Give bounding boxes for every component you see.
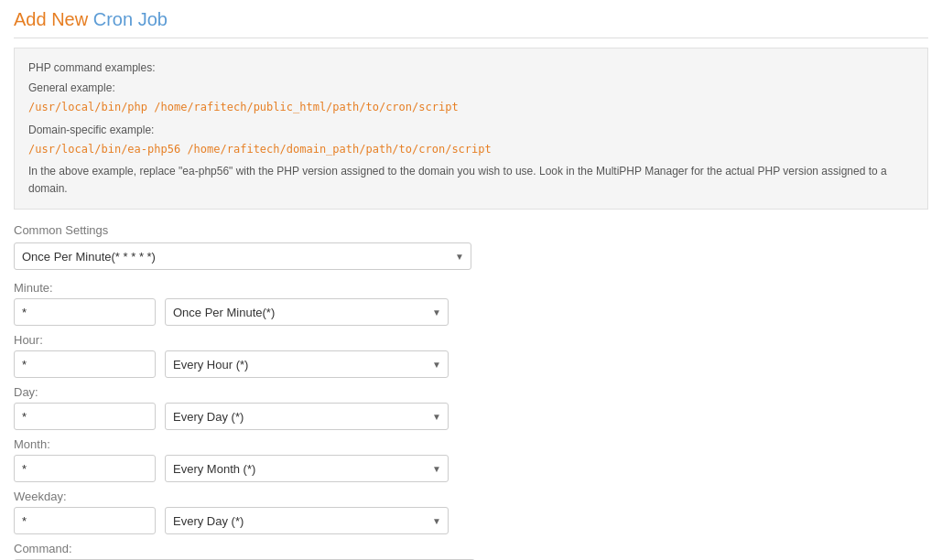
- domain-code: /usr/local/bin/ea-php56 /home/rafitech/d…: [28, 141, 914, 158]
- hour-row: Every Hour (*) Every 2 Hours (*/2) Every…: [14, 350, 928, 378]
- day-label: Day:: [14, 385, 928, 399]
- month-select-wrapper: Every Month (*) Every 2 Months (*/2) Eve…: [165, 455, 449, 482]
- hour-label: Hour:: [14, 333, 928, 347]
- minute-row: Once Per Minute(*) Every 2 Minutes(*/2) …: [14, 298, 928, 326]
- command-label: Command:: [14, 542, 928, 555]
- hour-select[interactable]: Every Hour (*) Every 2 Hours (*/2) Every…: [165, 350, 449, 378]
- weekday-input[interactable]: [14, 507, 156, 534]
- month-section: Month: Every Month (*) Every 2 Months (*…: [14, 437, 928, 482]
- day-select[interactable]: Every Day (*) Every 2 Days (*/2) Every 7…: [165, 403, 449, 430]
- weekday-select[interactable]: Every Day (*) Sunday (0) Monday (1) Tues…: [165, 507, 449, 534]
- month-row: Every Month (*) Every 2 Months (*/2) Eve…: [14, 455, 928, 482]
- command-section: Command:: [14, 542, 928, 560]
- hour-select-wrapper: Every Hour (*) Every 2 Hours (*/2) Every…: [165, 350, 449, 378]
- page-title-add: Add New: [14, 9, 93, 29]
- minute-section: Minute: Once Per Minute(*) Every 2 Minut…: [14, 281, 928, 326]
- minute-label: Minute:: [14, 281, 928, 295]
- weekday-label: Weekday:: [14, 490, 928, 503]
- day-section: Day: Every Day (*) Every 2 Days (*/2) Ev…: [14, 385, 928, 430]
- common-settings-label: Common Settings: [14, 223, 928, 237]
- month-label: Month:: [14, 437, 928, 451]
- php-examples-label: PHP command examples:: [28, 59, 914, 77]
- hour-input[interactable]: [14, 350, 156, 378]
- minute-select[interactable]: Once Per Minute(*) Every 2 Minutes(*/2) …: [165, 298, 449, 326]
- common-settings-section: Common Settings Once Per Minute(* * * * …: [14, 223, 928, 270]
- general-label: General example:: [28, 80, 914, 97]
- info-note: In the above example, replace "ea-php56"…: [28, 163, 914, 198]
- info-box: PHP command examples: General example: /…: [14, 48, 928, 210]
- weekday-select-wrapper: Every Day (*) Sunday (0) Monday (1) Tues…: [165, 507, 449, 534]
- day-select-wrapper: Every Day (*) Every 2 Days (*/2) Every 7…: [165, 403, 449, 430]
- month-input[interactable]: [14, 455, 156, 482]
- page-title-cron: Cron Job: [93, 9, 168, 29]
- weekday-section: Weekday: Every Day (*) Sunday (0) Monday…: [14, 490, 928, 534]
- day-input[interactable]: [14, 403, 156, 430]
- domain-label: Domain-specific example:: [28, 122, 914, 139]
- weekday-row: Every Day (*) Sunday (0) Monday (1) Tues…: [14, 507, 928, 534]
- hour-section: Hour: Every Hour (*) Every 2 Hours (*/2)…: [14, 333, 928, 378]
- minute-input[interactable]: [14, 298, 156, 326]
- minute-select-wrapper: Once Per Minute(*) Every 2 Minutes(*/2) …: [165, 298, 449, 326]
- day-row: Every Day (*) Every 2 Days (*/2) Every 7…: [14, 403, 928, 430]
- general-code: /usr/local/bin/php /home/rafitech/public…: [28, 99, 914, 116]
- common-settings-select-wrapper: Once Per Minute(* * * * *) Once Per Hour…: [14, 242, 471, 270]
- month-select[interactable]: Every Month (*) Every 2 Months (*/2) Eve…: [165, 455, 449, 482]
- common-settings-select[interactable]: Once Per Minute(* * * * *) Once Per Hour…: [14, 242, 471, 270]
